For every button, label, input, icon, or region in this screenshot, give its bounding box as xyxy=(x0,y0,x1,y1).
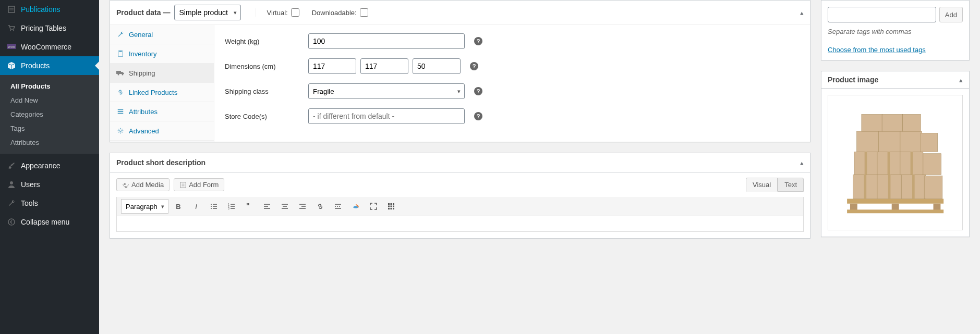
add-tag-button[interactable]: Add xyxy=(939,7,963,22)
editor-tab-visual[interactable]: Visual xyxy=(746,178,778,192)
sidebar-item-users[interactable]: Users xyxy=(0,175,99,194)
svg-rect-81 xyxy=(910,152,913,175)
sidebar-item-pricing-tables[interactable]: Pricing Tables xyxy=(0,19,99,38)
cart-icon xyxy=(6,23,17,33)
insert-more-button[interactable] xyxy=(330,199,346,214)
sidebar-label: Products xyxy=(21,61,50,70)
tab-inventory[interactable]: Inventory xyxy=(110,44,214,64)
brush-icon xyxy=(6,160,17,171)
tab-shipping[interactable]: Shipping xyxy=(110,64,214,83)
tab-general[interactable]: General xyxy=(110,25,214,44)
toggle-panel-icon[interactable]: ▴ xyxy=(800,9,804,17)
help-icon[interactable]: ? xyxy=(474,37,482,45)
editor-tab-text[interactable]: Text xyxy=(778,178,804,192)
svg-rect-47 xyxy=(388,203,390,205)
svg-rect-0 xyxy=(8,6,15,13)
sidebar-item-tools[interactable]: Tools xyxy=(0,194,99,213)
tab-advanced[interactable]: Advanced xyxy=(110,121,214,141)
svg-point-22 xyxy=(211,204,212,205)
bold-button[interactable]: B xyxy=(171,199,186,214)
shipping-panel: Weight (kg) ? Dimensions (cm) xyxy=(214,25,810,142)
help-icon[interactable]: ? xyxy=(470,62,478,70)
svg-point-18 xyxy=(124,183,126,185)
italic-button[interactable]: I xyxy=(188,199,204,214)
downloadable-checkbox[interactable] xyxy=(360,8,368,17)
sidebar-item-woocommerce[interactable]: woo WooCommerce xyxy=(0,38,99,56)
align-right-button[interactable] xyxy=(295,199,310,214)
sidebar-item-collapse[interactable]: Collapse menu xyxy=(0,213,99,231)
editor-toolbar: Paragraph B I 123 " xyxy=(116,197,804,216)
virtual-checkbox[interactable] xyxy=(291,8,299,17)
svg-point-17 xyxy=(119,130,122,132)
svg-point-13 xyxy=(122,74,124,76)
add-form-button[interactable]: Add Form xyxy=(174,178,224,191)
woo-icon: woo xyxy=(6,42,17,52)
submenu-tags[interactable]: Tags xyxy=(0,121,99,135)
submenu-categories[interactable]: Categories xyxy=(0,107,99,121)
product-data-title: Product data — xyxy=(116,8,170,17)
tab-attributes[interactable]: Attributes xyxy=(110,102,214,121)
tab-linked-products[interactable]: Linked Products xyxy=(110,83,214,102)
link-icon xyxy=(116,88,125,96)
collapse-icon xyxy=(6,217,17,227)
blockquote-button[interactable]: " xyxy=(241,199,257,214)
product-image-title: Product image xyxy=(828,76,959,84)
format-select[interactable]: Paragraph xyxy=(121,199,168,214)
copilot-button[interactable] xyxy=(348,199,364,214)
svg-rect-75 xyxy=(902,114,921,131)
svg-rect-55 xyxy=(393,208,394,209)
dim-height-input[interactable] xyxy=(413,58,461,74)
svg-point-7 xyxy=(10,181,13,184)
virtual-checkbox-label[interactable]: Virtual: xyxy=(267,8,299,17)
bullet-list-button[interactable] xyxy=(206,199,222,214)
align-left-button[interactable] xyxy=(259,199,275,214)
dim-width-input[interactable] xyxy=(360,58,408,74)
svg-rect-52 xyxy=(393,206,394,207)
sidebar-label: Appearance xyxy=(21,162,61,170)
tags-input[interactable] xyxy=(828,7,936,22)
svg-text:3: 3 xyxy=(228,207,229,210)
gear-icon xyxy=(116,127,125,135)
store-codes-label: Store Code(s) xyxy=(225,113,308,120)
svg-point-23 xyxy=(211,206,212,207)
svg-rect-73 xyxy=(862,114,882,131)
form-icon xyxy=(179,181,187,189)
shipping-class-select[interactable]: Fragile xyxy=(308,83,465,99)
submenu-all-products[interactable]: All Products xyxy=(0,79,99,93)
wrench-icon xyxy=(6,198,17,208)
submenu-attributes[interactable]: Attributes xyxy=(0,135,99,150)
media-icon xyxy=(122,181,129,189)
svg-point-8 xyxy=(8,219,15,225)
choose-tags-link[interactable]: Choose from the most used tags xyxy=(828,46,926,54)
numbered-list-button[interactable]: 123 xyxy=(224,199,239,214)
submenu-add-new[interactable]: Add New xyxy=(0,93,99,107)
user-icon xyxy=(6,179,17,190)
svg-text:woo: woo xyxy=(7,45,15,48)
sidebar-item-products[interactable]: Products xyxy=(0,56,99,75)
product-image-thumbnail[interactable] xyxy=(828,95,963,230)
weight-input[interactable] xyxy=(308,33,465,49)
downloadable-checkbox-label[interactable]: Downloadable: xyxy=(312,8,368,17)
dim-length-input[interactable] xyxy=(308,58,356,74)
add-media-button[interactable]: Add Media xyxy=(116,178,170,191)
svg-rect-78 xyxy=(912,175,915,199)
toolbar-toggle-button[interactable] xyxy=(383,199,399,214)
product-type-select[interactable]: Simple product xyxy=(174,5,241,20)
editor-content[interactable] xyxy=(116,216,804,232)
shipping-class-label: Shipping class xyxy=(225,88,308,95)
store-codes-input[interactable] xyxy=(308,108,465,124)
wrench-icon xyxy=(116,30,125,39)
toggle-panel-icon[interactable]: ▴ xyxy=(800,159,804,167)
svg-rect-69 xyxy=(856,131,878,152)
svg-rect-79 xyxy=(865,152,867,175)
link-button[interactable] xyxy=(312,199,328,214)
help-icon[interactable]: ? xyxy=(474,112,482,120)
sidebar-item-appearance[interactable]: Appearance xyxy=(0,156,99,175)
help-icon[interactable]: ? xyxy=(474,87,482,95)
align-center-button[interactable] xyxy=(277,199,293,214)
toggle-panel-icon[interactable]: ▴ xyxy=(959,76,963,84)
fullscreen-button[interactable] xyxy=(366,199,381,214)
svg-rect-19 xyxy=(180,182,186,188)
sidebar-item-publications[interactable]: Publications xyxy=(0,0,99,19)
product-data-box: Product data — Simple product Virtual: D… xyxy=(110,0,810,142)
